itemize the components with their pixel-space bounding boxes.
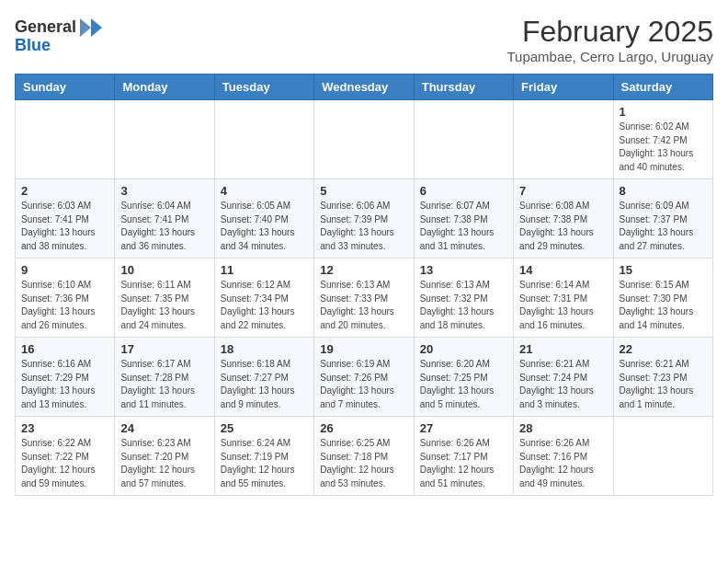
day-info: Sunrise: 6:05 AM Sunset: 7:40 PM Dayligh… [221, 200, 308, 253]
day-number: 17 [120, 342, 208, 356]
calendar-week-4: 16Sunrise: 6:16 AM Sunset: 7:29 PM Dayli… [16, 338, 713, 417]
weekday-header-tuesday: Tuesday [214, 75, 313, 100]
day-number: 10 [120, 263, 208, 277]
day-number: 23 [21, 421, 108, 435]
calendar-cell: 28Sunrise: 6:26 AM Sunset: 7:16 PM Dayli… [514, 417, 613, 496]
day-info: Sunrise: 6:04 AM Sunset: 7:41 PM Dayligh… [120, 200, 208, 253]
day-info: Sunrise: 6:13 AM Sunset: 7:32 PM Dayligh… [420, 279, 507, 332]
calendar-cell: 21Sunrise: 6:21 AM Sunset: 7:24 PM Dayli… [514, 338, 613, 417]
weekday-header-wednesday: Wednesday [314, 75, 414, 100]
month-title: February 2025 [506, 15, 713, 49]
calendar-cell: 20Sunrise: 6:20 AM Sunset: 7:25 PM Dayli… [414, 338, 513, 417]
weekday-header-row: SundayMondayTuesdayWednesdayThursdayFrid… [16, 75, 713, 100]
calendar-cell: 27Sunrise: 6:26 AM Sunset: 7:17 PM Dayli… [414, 417, 513, 496]
day-number: 14 [519, 263, 607, 277]
logo-general-text: General [15, 18, 76, 37]
calendar-cell: 14Sunrise: 6:14 AM Sunset: 7:31 PM Dayli… [514, 259, 613, 338]
day-info: Sunrise: 6:20 AM Sunset: 7:25 PM Dayligh… [420, 358, 507, 411]
day-info: Sunrise: 6:02 AM Sunset: 7:42 PM Dayligh… [620, 121, 707, 174]
calendar-cell: 26Sunrise: 6:25 AM Sunset: 7:18 PM Dayli… [314, 417, 414, 496]
day-info: Sunrise: 6:11 AM Sunset: 7:35 PM Dayligh… [120, 279, 208, 332]
day-number: 2 [21, 184, 108, 198]
day-info: Sunrise: 6:03 AM Sunset: 7:41 PM Dayligh… [21, 200, 108, 253]
day-number: 24 [120, 421, 208, 435]
day-number: 19 [320, 342, 407, 356]
day-info: Sunrise: 6:18 AM Sunset: 7:27 PM Dayligh… [221, 358, 308, 411]
day-number: 20 [420, 342, 507, 356]
day-number: 18 [221, 342, 308, 356]
day-number: 1 [620, 105, 707, 119]
calendar-cell: 24Sunrise: 6:23 AM Sunset: 7:20 PM Dayli… [115, 417, 214, 496]
calendar-cell: 13Sunrise: 6:13 AM Sunset: 7:32 PM Dayli… [414, 259, 513, 338]
calendar-cell: 6Sunrise: 6:07 AM Sunset: 7:38 PM Daylig… [414, 179, 513, 259]
day-info: Sunrise: 6:17 AM Sunset: 7:28 PM Dayligh… [120, 358, 208, 411]
day-number: 28 [519, 421, 607, 435]
day-number: 22 [620, 342, 707, 356]
calendar-table: SundayMondayTuesdayWednesdayThursdayFrid… [15, 74, 713, 496]
calendar-week-1: 1Sunrise: 6:02 AM Sunset: 7:42 PM Daylig… [16, 100, 713, 179]
calendar-cell: 16Sunrise: 6:16 AM Sunset: 7:29 PM Dayli… [16, 338, 115, 417]
calendar-cell: 8Sunrise: 6:09 AM Sunset: 7:37 PM Daylig… [613, 179, 712, 259]
day-number: 15 [620, 263, 707, 277]
weekday-header-saturday: Saturday [613, 75, 712, 100]
day-number: 12 [320, 263, 407, 277]
day-info: Sunrise: 6:22 AM Sunset: 7:22 PM Dayligh… [21, 437, 108, 490]
calendar-cell [414, 100, 513, 179]
calendar-cell: 11Sunrise: 6:12 AM Sunset: 7:34 PM Dayli… [214, 259, 313, 338]
day-info: Sunrise: 6:15 AM Sunset: 7:30 PM Dayligh… [620, 279, 707, 332]
calendar-cell: 9Sunrise: 6:10 AM Sunset: 7:36 PM Daylig… [16, 259, 115, 338]
day-info: Sunrise: 6:14 AM Sunset: 7:31 PM Dayligh… [519, 279, 607, 332]
day-info: Sunrise: 6:26 AM Sunset: 7:16 PM Dayligh… [519, 437, 607, 490]
title-area: February 2025 Tupambae, Cerro Largo, Uru… [506, 15, 713, 64]
calendar-cell: 25Sunrise: 6:24 AM Sunset: 7:19 PM Dayli… [214, 417, 313, 496]
day-info: Sunrise: 6:25 AM Sunset: 7:18 PM Dayligh… [320, 437, 407, 490]
header: General Blue February 2025 Tupambae, Cer… [15, 15, 713, 64]
day-number: 13 [420, 263, 507, 277]
calendar-week-3: 9Sunrise: 6:10 AM Sunset: 7:36 PM Daylig… [16, 259, 713, 338]
calendar-cell [314, 100, 414, 179]
day-number: 9 [21, 263, 108, 277]
day-number: 5 [320, 184, 407, 198]
day-number: 3 [120, 184, 208, 198]
logo-icon [78, 15, 104, 40]
calendar-cell: 4Sunrise: 6:05 AM Sunset: 7:40 PM Daylig… [214, 179, 313, 259]
location-title: Tupambae, Cerro Largo, Uruguay [506, 49, 713, 64]
day-number: 7 [519, 184, 607, 198]
day-number: 8 [620, 184, 707, 198]
calendar-cell: 3Sunrise: 6:04 AM Sunset: 7:41 PM Daylig… [115, 179, 214, 259]
calendar-cell [613, 417, 712, 496]
calendar-cell [514, 100, 613, 179]
calendar-cell [214, 100, 313, 179]
calendar-cell: 19Sunrise: 6:19 AM Sunset: 7:26 PM Dayli… [314, 338, 414, 417]
day-number: 27 [420, 421, 507, 435]
day-info: Sunrise: 6:23 AM Sunset: 7:20 PM Dayligh… [120, 437, 208, 490]
day-info: Sunrise: 6:10 AM Sunset: 7:36 PM Dayligh… [21, 279, 108, 332]
weekday-header-monday: Monday [115, 75, 214, 100]
day-number: 4 [221, 184, 308, 198]
calendar-week-5: 23Sunrise: 6:22 AM Sunset: 7:22 PM Dayli… [16, 417, 713, 496]
day-info: Sunrise: 6:13 AM Sunset: 7:33 PM Dayligh… [320, 279, 407, 332]
calendar-cell: 18Sunrise: 6:18 AM Sunset: 7:27 PM Dayli… [214, 338, 313, 417]
calendar-cell: 5Sunrise: 6:06 AM Sunset: 7:39 PM Daylig… [314, 179, 414, 259]
day-info: Sunrise: 6:21 AM Sunset: 7:24 PM Dayligh… [519, 358, 607, 411]
day-info: Sunrise: 6:09 AM Sunset: 7:37 PM Dayligh… [620, 200, 707, 253]
calendar-cell: 17Sunrise: 6:17 AM Sunset: 7:28 PM Dayli… [115, 338, 214, 417]
calendar-cell: 2Sunrise: 6:03 AM Sunset: 7:41 PM Daylig… [16, 179, 115, 259]
calendar-cell [16, 100, 115, 179]
day-number: 25 [221, 421, 308, 435]
calendar-cell: 7Sunrise: 6:08 AM Sunset: 7:38 PM Daylig… [514, 179, 613, 259]
calendar-week-2: 2Sunrise: 6:03 AM Sunset: 7:41 PM Daylig… [16, 179, 713, 259]
day-info: Sunrise: 6:24 AM Sunset: 7:19 PM Dayligh… [221, 437, 308, 490]
weekday-header-sunday: Sunday [16, 75, 115, 100]
logo: General Blue [15, 15, 104, 55]
calendar-cell: 1Sunrise: 6:02 AM Sunset: 7:42 PM Daylig… [613, 100, 712, 179]
calendar-cell: 10Sunrise: 6:11 AM Sunset: 7:35 PM Dayli… [115, 259, 214, 338]
day-info: Sunrise: 6:21 AM Sunset: 7:23 PM Dayligh… [620, 358, 707, 411]
day-info: Sunrise: 6:07 AM Sunset: 7:38 PM Dayligh… [420, 200, 507, 253]
day-number: 11 [221, 263, 308, 277]
day-number: 26 [320, 421, 407, 435]
day-info: Sunrise: 6:19 AM Sunset: 7:26 PM Dayligh… [320, 358, 407, 411]
svg-marker-0 [91, 18, 102, 37]
calendar-cell [115, 100, 214, 179]
day-info: Sunrise: 6:06 AM Sunset: 7:39 PM Dayligh… [320, 200, 407, 253]
